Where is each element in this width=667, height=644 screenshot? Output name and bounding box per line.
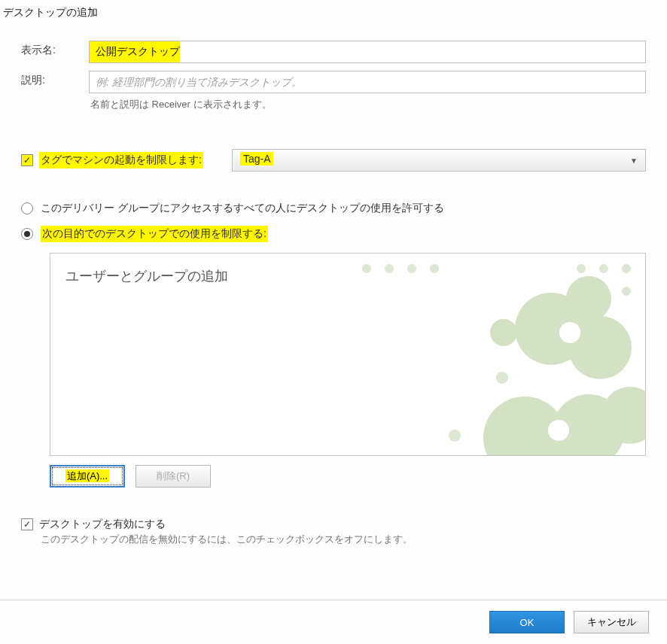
dialog-title: デスクトップの追加	[0, 0, 667, 26]
radio-restrict-label: 次の目的でのデスクトップでの使用を制限する:	[41, 226, 268, 242]
radio-everyone-label: このデリバリー グループにアクセスするすべての人にデスクトップの使用を許可する	[41, 202, 444, 215]
radio-everyone[interactable]	[21, 202, 33, 214]
description-label: 説明:	[21, 71, 89, 87]
add-button[interactable]: 追加(A)...	[50, 465, 125, 488]
dialog-footer: OK キャンセル	[0, 600, 667, 644]
description-hint: 名前と説明は Receiver に表示されます。	[90, 98, 646, 111]
svg-point-13	[568, 316, 632, 379]
svg-point-15	[490, 319, 517, 346]
svg-point-18	[602, 387, 645, 444]
tag-limit-label: タグでマシンの起動を制限します:	[39, 152, 203, 169]
tag-select[interactable]: Tag-A ▼	[232, 149, 646, 172]
svg-point-16	[483, 396, 566, 456]
users-groups-panel: ユーザーとグループの追加	[50, 253, 646, 456]
svg-point-19	[559, 322, 580, 343]
display-name-input[interactable]	[89, 41, 646, 63]
enable-desktop-hint: このデスクトップの配信を無効にするには、このチェックボックスをオフにします。	[41, 533, 646, 546]
tag-select-value: Tag-A	[240, 152, 274, 166]
svg-point-17	[553, 394, 625, 456]
svg-point-10	[496, 372, 508, 384]
enable-desktop-label: デスクトップを有効にする	[39, 518, 166, 531]
chevron-down-icon: ▼	[630, 156, 638, 165]
dialog-content: 表示名: 説明: 名前と説明は Receiver に表示されます。 タグでマシン…	[0, 26, 667, 561]
ok-button[interactable]: OK	[489, 611, 565, 633]
radio-restrict[interactable]	[21, 228, 33, 240]
remove-button: 削除(R)	[136, 465, 211, 488]
svg-point-20	[548, 420, 569, 441]
svg-point-11	[449, 430, 461, 442]
users-panel-title: ユーザーとグループの追加	[50, 254, 645, 299]
svg-point-12	[515, 293, 587, 365]
cancel-button[interactable]: キャンセル	[574, 611, 649, 633]
tag-limit-checkbox[interactable]	[21, 154, 33, 166]
description-input[interactable]	[89, 71, 646, 93]
display-name-label: 表示名:	[21, 41, 89, 57]
enable-desktop-checkbox[interactable]	[21, 518, 33, 530]
